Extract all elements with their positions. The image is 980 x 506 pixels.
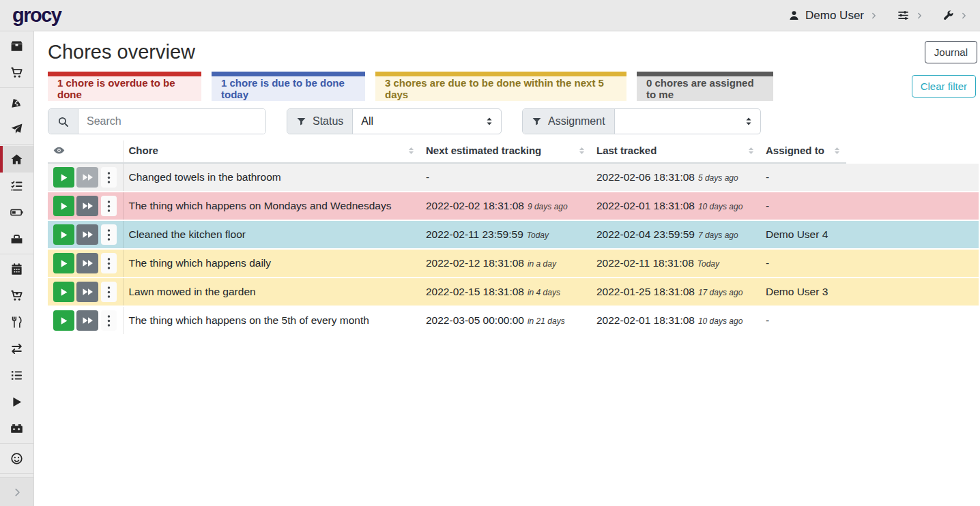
sidebar-item-box[interactable] (0, 33, 33, 59)
sidebar-item-list[interactable] (0, 362, 33, 389)
assignment-filter-prepend: Assignment (523, 109, 615, 134)
fast-forward-icon (82, 316, 93, 325)
status-card-label: 0 chores are assigned to me (646, 77, 764, 100)
sidebar-item-exchange[interactable] (0, 336, 33, 362)
last-tracked-relative: Today (697, 259, 719, 269)
row-menu-button[interactable] (101, 310, 117, 331)
top-navbar: grocy Demo User (0, 0, 980, 31)
skip-chore-button[interactable] (76, 310, 98, 331)
table-row: Lawn mowed in the garden 2022-02-15 18:3… (48, 278, 979, 306)
track-chore-button[interactable] (53, 253, 74, 273)
sidebar-item-battery[interactable] (0, 199, 33, 226)
track-chore-button[interactable] (53, 224, 74, 245)
track-chore-button[interactable] (53, 167, 74, 188)
skip-chore-button[interactable] (76, 253, 98, 273)
track-chore-button[interactable] (53, 196, 74, 216)
chore-name: Lawn mowed in the garden (129, 286, 256, 297)
filter-icon (296, 117, 306, 127)
journal-button[interactable]: Journal (925, 41, 977, 63)
column-header-chore[interactable]: Chore (123, 140, 420, 163)
last-tracked-value: 2022-02-01 18:31:08 (596, 200, 695, 211)
sliders-icon (897, 9, 910, 22)
row-menu-button[interactable] (101, 253, 117, 273)
status-filter-label: Status (313, 115, 343, 128)
grocy-logo[interactable]: grocy (12, 5, 61, 25)
assigned-to-value: - (766, 200, 769, 211)
sidebar-item-tasks[interactable] (0, 173, 33, 199)
last-tracked-relative: 10 days ago (698, 202, 743, 211)
assigned-to-me-status-card[interactable]: 0 chores are assigned to me (637, 72, 773, 101)
status-filter-select[interactable]: All (353, 109, 501, 134)
sidebar-item-toolbox[interactable] (0, 226, 33, 252)
column-header-label: Assigned to (766, 145, 824, 156)
fast-forward-icon (82, 173, 93, 181)
shopping-cart-icon (10, 66, 23, 79)
row-menu-button[interactable] (101, 167, 117, 188)
chevron-right-icon (869, 12, 878, 20)
sidebar-item-utensils[interactable] (0, 309, 33, 336)
last-tracked-value: 2022-01-25 18:31:08 (596, 286, 695, 297)
sidebar-divider (0, 473, 33, 474)
sidebar-collapse-button[interactable] (0, 477, 33, 506)
last-tracked-relative: 5 days ago (698, 173, 738, 183)
sidebar-item-pizza-slice[interactable] (0, 89, 33, 116)
kebab-menu-icon (105, 286, 113, 299)
assignment-filter-label: Assignment (548, 115, 605, 128)
next-tracking-value: - (426, 171, 429, 183)
track-chore-button[interactable] (53, 310, 74, 331)
sidebar-item-home[interactable] (0, 146, 33, 173)
column-header-last-tracked[interactable]: Last tracked (591, 140, 760, 163)
skip-chore-button[interactable] (76, 224, 98, 245)
row-menu-button[interactable] (101, 282, 117, 302)
last-tracked-value: 2022-02-06 18:31:08 (596, 171, 695, 183)
sidebar-item-smile[interactable] (0, 445, 33, 472)
sidebar-items (0, 33, 33, 475)
table-header-row: Chore Next estimated tracking Last track… (48, 140, 979, 163)
column-header-label: Chore (129, 145, 158, 156)
assignment-filter-group: Assignment (522, 108, 761, 134)
skip-chore-button[interactable] (76, 196, 98, 216)
clear-filter-button[interactable]: Clear filter (912, 75, 976, 98)
column-header-next-tracking[interactable]: Next estimated tracking (420, 140, 591, 163)
row-menu-button[interactable] (101, 196, 117, 216)
home-icon (10, 153, 23, 166)
settings-menu[interactable] (897, 9, 923, 22)
sidebar-item-calendar[interactable] (0, 256, 33, 282)
due-today-status-card[interactable]: 1 chore is due to be done today (212, 72, 365, 101)
chore-name: The thing which happens on Mondays and W… (129, 200, 392, 211)
select-arrows-icon (745, 117, 752, 126)
next-tracking-value: 2022-02-11 23:59:59 (426, 228, 523, 240)
user-menu[interactable]: Demo User (788, 9, 878, 23)
track-chore-button[interactable] (53, 282, 74, 302)
kebab-menu-icon (105, 200, 113, 213)
table-row: Changed towels in the bathroom - 2022-02… (48, 163, 979, 192)
box-icon (10, 40, 23, 53)
status-card-label: 1 chore is overdue to be done (57, 77, 192, 100)
skip-chore-button[interactable] (76, 167, 98, 188)
last-tracked-relative: 17 days ago (698, 288, 743, 297)
sidebar-item-cart-plus[interactable] (0, 282, 33, 309)
smile-icon (10, 452, 23, 465)
skip-chore-button[interactable] (76, 282, 98, 302)
sidebar-item-car-battery[interactable] (0, 415, 33, 442)
overdue-status-card[interactable]: 1 chore is overdue to be done (48, 72, 201, 101)
search-input[interactable] (78, 109, 265, 134)
admin-menu[interactable] (942, 10, 968, 21)
assignment-filter-select[interactable] (615, 109, 760, 134)
chore-name: Cleaned the kitchen floor (129, 228, 246, 240)
sort-icon (747, 147, 755, 155)
sidebar-item-play[interactable] (0, 389, 33, 415)
assigned-to-value: Demo User 4 (766, 228, 828, 240)
sidebar-item-shopping-cart[interactable] (0, 59, 33, 86)
column-header-assigned-to[interactable]: Assigned to (760, 140, 846, 163)
assigned-to-value: - (766, 314, 769, 326)
row-menu-button[interactable] (101, 224, 117, 245)
next-tracking-value: 2022-03-05 00:00:00 (426, 314, 524, 326)
status-card-label: 1 chore is due to be done today (221, 77, 356, 100)
sidebar-item-paper-plane[interactable] (0, 116, 33, 143)
kebab-menu-icon (105, 314, 113, 327)
due-soon-status-card[interactable]: 3 chores are due to be done within the n… (375, 72, 626, 101)
chevron-right-icon (960, 12, 968, 20)
battery-icon (10, 206, 23, 219)
next-tracking-relative: in 21 days (528, 316, 565, 326)
